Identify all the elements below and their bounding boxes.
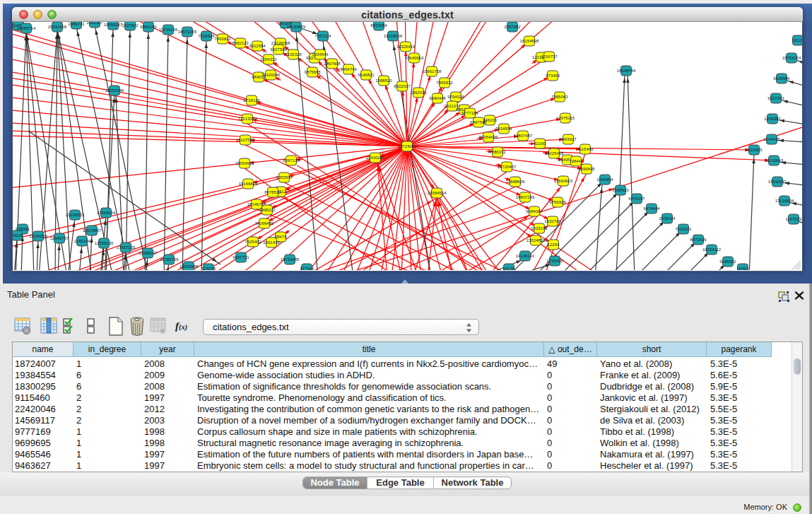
svg-text:2733426: 2733426 — [546, 259, 563, 263]
svg-text:15720407: 15720407 — [498, 165, 517, 169]
svg-text:17957225: 17957225 — [117, 245, 136, 250]
svg-text:1016737: 1016737 — [541, 54, 558, 59]
svg-text:11325419: 11325419 — [396, 45, 416, 49]
svg-text:25300285: 25300285 — [366, 156, 385, 160]
svg-text:9227343: 9227343 — [767, 96, 784, 100]
svg-text:10719155: 10719155 — [159, 28, 178, 32]
svg-text:3875685: 3875685 — [304, 70, 321, 74]
svg-text:20691406: 20691406 — [48, 25, 67, 29]
svg-text:12213383: 12213383 — [238, 117, 257, 121]
svg-text:1167533: 1167533 — [786, 217, 802, 221]
svg-text:10655267: 10655267 — [104, 23, 123, 27]
svg-text:15640910: 15640910 — [405, 56, 424, 60]
svg-text:3498222: 3498222 — [259, 208, 276, 212]
svg-text:1089731: 1089731 — [68, 22, 85, 26]
svg-text:16671355: 16671355 — [178, 30, 197, 34]
svg-text:9457721: 9457721 — [233, 255, 249, 259]
svg-text:9084067: 9084067 — [526, 209, 543, 214]
svg-text:9146821: 9146821 — [358, 73, 375, 77]
svg-text:9115460: 9115460 — [577, 147, 594, 151]
svg-text:2935114: 2935114 — [659, 216, 676, 221]
svg-text:8938923: 8938923 — [612, 188, 629, 192]
svg-text:14136141: 14136141 — [516, 254, 535, 258]
svg-text:19654935: 19654935 — [235, 161, 254, 165]
svg-text:12123: 12123 — [792, 38, 802, 42]
svg-text:157164: 157164 — [300, 267, 314, 270]
svg-text:1362615: 1362615 — [410, 90, 427, 95]
svg-text:15692971: 15692971 — [768, 180, 787, 184]
svg-text:10958107: 10958107 — [139, 251, 158, 255]
svg-text:3624554: 3624554 — [495, 127, 512, 131]
svg-text:1934546: 1934546 — [312, 52, 329, 57]
svg-text:2867608: 2867608 — [324, 62, 341, 66]
svg-text:7515526: 7515526 — [198, 34, 215, 38]
svg-text:3912954: 3912954 — [249, 44, 266, 48]
svg-text:1527602: 1527602 — [122, 23, 139, 28]
svg-text:9329966: 9329966 — [773, 76, 790, 81]
svg-text:9794024: 9794024 — [447, 95, 464, 99]
svg-text:1615151: 1615151 — [531, 226, 548, 230]
svg-text:1654332: 1654332 — [260, 57, 277, 62]
svg-text:7485063: 7485063 — [551, 95, 568, 99]
svg-text:1588520: 1588520 — [375, 78, 392, 83]
svg-text:8660123: 8660123 — [232, 41, 249, 45]
svg-text:14099489: 14099489 — [255, 221, 274, 226]
svg-text:7357224: 7357224 — [314, 34, 331, 38]
svg-text:12505135: 12505135 — [95, 241, 114, 245]
svg-text:129234: 129234 — [201, 267, 216, 270]
svg-text:19218506: 19218506 — [384, 34, 403, 38]
svg-text:8678512: 8678512 — [264, 190, 281, 194]
svg-text:8215955: 8215955 — [746, 148, 763, 152]
svg-text:18807249: 18807249 — [516, 195, 535, 199]
svg-text:20364436: 20364436 — [479, 135, 498, 139]
svg-text:16107553: 16107553 — [236, 138, 255, 142]
svg-text:13654923: 13654923 — [554, 179, 573, 183]
svg-text:8322037: 8322037 — [394, 84, 411, 88]
svg-text:2087682: 2087682 — [504, 25, 521, 29]
svg-text:16154838: 16154838 — [520, 39, 539, 43]
svg-text:18724007: 18724007 — [398, 144, 417, 148]
svg-text:39139: 39139 — [13, 233, 23, 238]
svg-text:8136328: 8136328 — [285, 52, 302, 57]
svg-text:1209387: 1209387 — [764, 117, 781, 121]
svg-text:10654112: 10654112 — [702, 247, 722, 252]
svg-text:1353594: 1353594 — [276, 175, 293, 180]
svg-text:7955812: 7955812 — [436, 81, 453, 85]
svg-text:14136: 14136 — [503, 267, 515, 270]
svg-text:15716485: 15716485 — [281, 257, 300, 262]
svg-text:9463627: 9463627 — [560, 137, 577, 141]
svg-text:20053346: 20053346 — [105, 88, 124, 93]
svg-text:1145194: 1145194 — [74, 239, 91, 243]
svg-text:16648784: 16648784 — [617, 69, 636, 73]
svg-text:973493: 973493 — [546, 74, 560, 78]
svg-text:1244415: 1244415 — [763, 137, 780, 141]
svg-text:23420046: 23420046 — [261, 73, 281, 77]
svg-text:9245652: 9245652 — [719, 259, 736, 264]
svg-text:6879197: 6879197 — [628, 197, 645, 201]
svg-text:9990448: 9990448 — [429, 96, 446, 100]
svg-text:10688609: 10688609 — [506, 180, 525, 184]
svg-text:8813054: 8813054 — [370, 23, 387, 28]
svg-text:7886372: 7886372 — [489, 150, 506, 154]
svg-text:10025458: 10025458 — [545, 151, 564, 156]
svg-text:7663822: 7663822 — [214, 37, 231, 41]
svg-text:8454749: 8454749 — [340, 67, 357, 71]
svg-text:9450: 9450 — [738, 267, 748, 270]
svg-text:15751074: 15751074 — [782, 56, 801, 60]
svg-text:62160: 62160 — [534, 141, 546, 146]
svg-text:9756928: 9756928 — [549, 200, 566, 204]
svg-text:6497568: 6497568 — [470, 120, 487, 124]
svg-text:17359924: 17359924 — [97, 211, 116, 215]
svg-text:7632621: 7632621 — [675, 227, 692, 231]
svg-text:8471626: 8471626 — [690, 238, 707, 242]
svg-text:17016504: 17016504 — [775, 199, 794, 203]
svg-text:20206523: 20206523 — [66, 213, 85, 217]
svg-text:16210643: 16210643 — [765, 158, 784, 163]
svg-text:12923448: 12923448 — [180, 264, 199, 269]
svg-text:1640954: 1640954 — [596, 177, 613, 182]
svg-text:9699695: 9699695 — [578, 167, 595, 171]
svg-text:7625402: 7625402 — [245, 240, 261, 244]
svg-text:9327506: 9327506 — [270, 47, 287, 52]
svg-text:8267130: 8267130 — [283, 158, 300, 163]
svg-text:2718126: 2718126 — [243, 98, 260, 103]
